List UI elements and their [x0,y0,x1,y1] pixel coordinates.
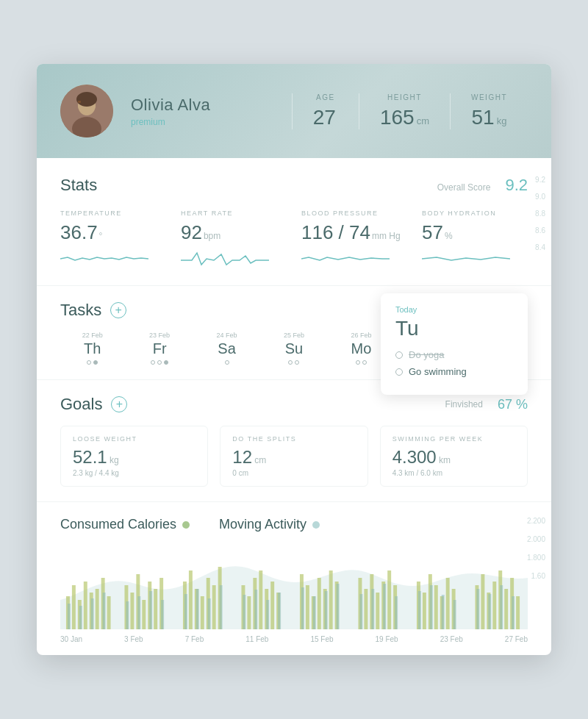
tasks-title: Tasks [60,301,101,320]
stats-right-axis: 9.2 9.0 8.8 8.6 8.4 [535,176,545,251]
stat-heart-rate: HEART RATE 92bpm [181,210,287,271]
svg-rect-90 [442,595,445,629]
svg-rect-91 [453,600,456,629]
stats-title: Stats [60,176,97,195]
svg-rect-40 [329,570,333,629]
svg-rect-19 [154,589,157,629]
today-popup-label: Today [395,305,513,314]
consumed-calories-title: Consumed Calories [60,517,190,532]
svg-rect-5 [78,101,81,103]
chart-area [60,541,528,629]
chart-right-axis: 2.200 2.000 1.800 1.60 [527,517,545,580]
svg-rect-61 [504,589,508,629]
today-popup: Today Tu Do yoga Go swimming [381,293,528,395]
goals-add-button[interactable]: + [111,396,127,412]
goals-grid: LOOSE WEIGHT 52.1 kg 2.3 kg / 4.4 kg DO … [60,426,528,487]
svg-rect-13 [107,596,111,629]
chart-svg [60,541,528,629]
stat-hydration-label: BODY HYDRATION [422,210,528,217]
avatar [60,85,113,137]
header: Olivia Alva premium AGE27HEIGHT165cmWEIG… [37,64,551,158]
day-fri[interactable]: 23 Feb Fr [127,332,191,365]
svg-rect-69 [137,596,140,629]
header-stat-height: HEIGHT165cm [359,93,450,129]
goals-title: Goals [60,395,102,414]
svg-rect-11 [96,589,99,629]
svg-rect-71 [161,600,164,629]
svg-rect-77 [254,590,257,629]
main-card: Olivia Alva premium AGE27HEIGHT165cmWEIG… [37,64,551,655]
heart-rate-wave [181,250,269,268]
task-text-swim: Go swimming [409,366,467,377]
stat-hydration-value: 57% [422,221,528,244]
svg-rect-29 [247,596,251,629]
goals-header: Goals + Finvished 67 % [60,395,528,414]
svg-rect-74 [208,598,211,629]
svg-rect-82 [325,591,328,629]
goal-splits: DO THE SPLITS 12 cm 0 cm [220,426,368,487]
stat-heart-rate-value: 92bpm [181,221,287,244]
svg-rect-54 [446,578,450,629]
svg-rect-83 [337,584,340,629]
blood-pressure-wave [301,250,390,268]
main-content: 9.2 9.0 8.8 8.6 8.4 Stats Overall Score … [37,158,551,655]
svg-rect-88 [418,591,421,629]
task-text-done: Do yoga [409,349,444,360]
tasks-add-button[interactable]: + [110,302,126,318]
svg-rect-93 [488,594,491,629]
svg-rect-94 [500,585,503,629]
svg-rect-80 [301,587,304,629]
svg-rect-85 [371,589,374,629]
chart-headers: Consumed Calories Moving Activity [60,517,528,532]
moving-dot [312,521,320,529]
stat-blood-pressure-value: 116 / 74mm Hg [301,221,407,244]
svg-rect-75 [220,585,223,629]
svg-rect-73 [196,589,199,629]
svg-rect-70 [149,591,152,629]
svg-rect-66 [91,598,94,629]
task-check-icon [395,351,403,359]
svg-rect-95 [512,596,514,629]
svg-rect-47 [387,570,391,629]
header-stat-weight: WEIGHT51kg [450,93,528,129]
today-popup-day: Tu [395,317,513,340]
day-sun[interactable]: 25 Feb Su [262,332,326,365]
stats-header: Stats Overall Score 9.2 [60,176,528,195]
temperature-wave [60,250,148,268]
stats-overall-value: 9.2 [505,176,528,195]
svg-rect-87 [395,596,398,629]
svg-rect-52 [434,585,438,629]
chart-date-labels: 30 Jan 3 Feb 7 Feb 11 Feb 15 Feb 19 Feb … [60,635,528,643]
user-name: Olivia Alva [131,96,274,115]
svg-rect-7 [72,585,76,629]
svg-rect-24 [201,596,204,629]
header-stat-age: AGE27 [292,93,359,129]
task-item-swim: Go swimming [395,366,513,377]
chart-section: 2.200 2.000 1.800 1.60 Consumed Calories… [37,502,551,655]
tasks-section: Tasks + Avg. Perfomance 83 % Today Tu Do… [37,286,551,380]
svg-point-4 [76,92,97,107]
stat-temperature: TEMPERATURE 36.7° [60,210,166,271]
day-sat[interactable]: 24 Feb Sa [195,332,259,365]
svg-rect-84 [359,594,362,629]
stats-overall-label: Overall Score [437,182,491,193]
user-info: Olivia Alva premium [131,96,274,127]
svg-rect-22 [189,570,193,629]
svg-rect-64 [68,604,71,629]
svg-rect-86 [383,584,386,629]
svg-rect-31 [259,570,262,629]
task-check-icon-2 [395,368,403,376]
user-badge: premium [131,117,274,127]
stats-section: 9.2 9.0 8.8 8.6 8.4 Stats Overall Score … [37,158,551,286]
svg-rect-65 [79,606,82,629]
svg-rect-26 [212,585,216,629]
svg-rect-9 [84,582,87,629]
day-thu[interactable]: 22 Feb Th [60,332,124,365]
svg-rect-92 [476,589,479,629]
svg-rect-63 [516,596,520,629]
svg-rect-33 [270,582,274,629]
header-stats: AGE27HEIGHT165cmWEIGHT51kg [292,93,528,129]
hydration-wave [422,250,510,268]
svg-rect-81 [313,596,316,629]
svg-rect-57 [481,574,484,629]
